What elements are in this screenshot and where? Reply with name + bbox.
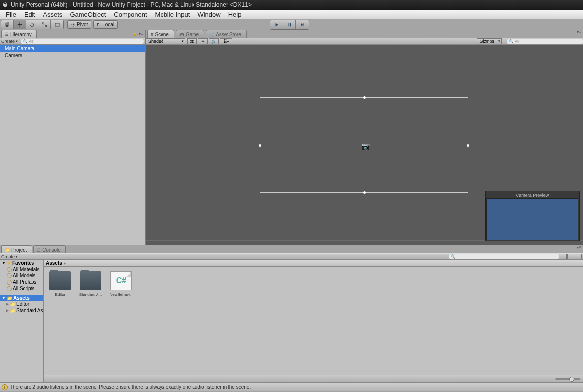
panel-menu-icon[interactable]: ▾≡ — [139, 32, 143, 36]
fx-toggle[interactable]: 🖼▾ — [220, 38, 232, 44]
filter-by-type-button[interactable] — [560, 254, 567, 259]
menu-component[interactable]: Component — [110, 11, 151, 18]
statusbar[interactable]: ! There are 2 audio listeners in the sce… — [0, 382, 583, 391]
project-search-input[interactable]: 🔍 — [449, 254, 559, 259]
local-toggle[interactable]: Local — [93, 20, 118, 29]
tree-all-models[interactable]: All Models — [0, 272, 43, 279]
menu-gameobject[interactable]: GameObject — [66, 11, 110, 18]
save-search-button[interactable] — [575, 254, 582, 259]
menu-window[interactable]: Window — [194, 11, 224, 18]
project-create-dropdown[interactable]: Create▾ — [1, 254, 18, 259]
search-icon: 🔍 — [509, 39, 514, 44]
asset-editor-folder[interactable]: Editor — [48, 271, 72, 297]
asset-standard-assets-folder[interactable]: Standard A... — [78, 271, 103, 297]
tree-all-materials[interactable]: All Materials — [0, 266, 43, 272]
transform-tools — [1, 20, 64, 29]
2d-toggle[interactable]: 2D — [187, 38, 197, 44]
scene-viewport[interactable]: 📷 Camera Preview — [146, 45, 583, 245]
grid-size-slider[interactable] — [555, 378, 580, 380]
scene-icon: # — [151, 32, 154, 37]
status-message: There are 2 audio listeners in the scene… — [10, 384, 251, 390]
tab-game[interactable]: 🎮Game — [176, 30, 204, 38]
folder-icon: 📁 — [10, 302, 15, 307]
window-title: Unity Personal (64bit) - Untitled - New … — [11, 1, 252, 8]
warning-icon: ! — [2, 384, 8, 390]
hierarchy-search-input[interactable]: 🔍 All — [21, 39, 144, 44]
scene-panel: #Scene 🎮Game 🛒Asset Store ▾≡ Shaded 2D ☀… — [146, 30, 583, 245]
gizmos-dropdown[interactable]: Gizmos — [477, 38, 502, 44]
search-icon: 🔍 — [451, 254, 455, 259]
speaker-icon: 🔊 — [211, 39, 216, 44]
pause-button[interactable] — [283, 20, 296, 29]
panel-lock-icon[interactable]: 🔒 — [132, 32, 137, 36]
tree-editor-folder[interactable]: ▶📁Editor — [0, 301, 43, 307]
folder-icon — [80, 271, 101, 290]
rotate-tool[interactable] — [26, 20, 38, 29]
unity-logo-icon — [2, 1, 9, 8]
scene-search-input[interactable]: 🔍 All — [507, 39, 583, 44]
folder-icon: 📁 — [5, 248, 10, 252]
tab-console[interactable]: ▢Console — [33, 245, 66, 253]
store-icon: 🛒 — [209, 32, 214, 37]
breadcrumb[interactable]: Assets▸ — [44, 260, 583, 267]
hierarchy-list: Main Camera Camera — [0, 45, 145, 245]
playback-controls — [270, 20, 309, 30]
console-icon: ▢ — [37, 248, 41, 252]
tree-all-scripts[interactable]: All Scripts — [0, 285, 43, 292]
hierarchy-icon — [5, 32, 9, 36]
project-panel: 📁Project ▢Console ▾≡ Create▾ 🔍 ▼★Favorit… — [0, 245, 583, 382]
tab-scene[interactable]: #Scene — [147, 30, 174, 38]
search-icon: 🔍 — [23, 39, 28, 44]
project-footer — [44, 375, 583, 382]
tab-asset-store[interactable]: 🛒Asset Store — [206, 30, 247, 38]
menu-assets[interactable]: Assets — [39, 11, 66, 18]
hierarchy-item-main-camera[interactable]: Main Camera — [0, 45, 145, 52]
search-filter-icon — [7, 267, 12, 272]
hand-tool[interactable] — [1, 20, 14, 29]
tree-assets-root[interactable]: ▼📁Assets — [0, 295, 43, 301]
folder-icon — [49, 271, 71, 290]
camera-gizmo-icon[interactable]: 📷 — [361, 142, 370, 150]
menu-help[interactable]: Help — [225, 11, 246, 18]
toolbar: Pivot Local — [0, 19, 583, 30]
image-icon: 🖼 — [224, 39, 227, 44]
move-tool[interactable] — [14, 20, 26, 29]
tab-project[interactable]: 📁Project — [1, 245, 32, 253]
camera-preview-viewport — [486, 198, 578, 240]
menubar: File Edit Assets GameObject Component Mo… — [0, 10, 583, 19]
titlebar: Unity Personal (64bit) - Untitled - New … — [0, 0, 583, 10]
lighting-toggle[interactable]: ☀ — [198, 38, 208, 44]
hierarchy-create-dropdown[interactable]: Create▾ — [1, 39, 18, 44]
sun-icon: ☀ — [201, 39, 205, 44]
csharp-script-icon: C# — [110, 271, 132, 290]
scale-tool[interactable] — [38, 20, 51, 29]
svg-rect-0 — [55, 23, 59, 26]
panel-menu-icon[interactable]: ▾≡ — [577, 245, 583, 253]
menu-edit[interactable]: Edit — [20, 11, 39, 18]
tree-favorites[interactable]: ▼★Favorites — [0, 260, 43, 266]
tree-all-prefabs[interactable]: All Prefabs — [0, 279, 43, 285]
tree-standard-assets-folder[interactable]: ▶📁Standard As — [0, 307, 43, 314]
play-button[interactable] — [270, 20, 283, 29]
menu-mobile-input[interactable]: Mobile Input — [151, 11, 194, 18]
project-tree: ▼★Favorites All Materials All Models All… — [0, 260, 44, 382]
rect-tool[interactable] — [51, 20, 63, 29]
menu-file[interactable]: File — [2, 11, 20, 18]
camera-preview-label: Camera Preview — [486, 192, 578, 198]
shading-dropdown[interactable]: Shaded — [146, 38, 185, 44]
camera-preview-overlay: Camera Preview — [485, 191, 580, 241]
filter-by-label-button[interactable] — [567, 254, 574, 259]
asset-newbehaviour-script[interactable]: C# NewBehavi... — [109, 271, 133, 297]
hierarchy-item-camera[interactable]: Camera — [0, 52, 145, 59]
svg-point-1 — [73, 24, 74, 25]
pivot-toggle[interactable]: Pivot — [67, 20, 91, 29]
search-filter-icon — [7, 286, 12, 291]
search-filter-icon — [7, 273, 12, 278]
search-filter-icon — [7, 280, 12, 285]
hierarchy-tab[interactable]: Hierarchy — [1, 30, 37, 38]
project-asset-grid: Editor Standard A... C# NewBehavi... — [44, 267, 583, 375]
panel-menu-icon[interactable]: ▾≡ — [577, 30, 583, 38]
game-icon: 🎮 — [179, 32, 184, 37]
step-button[interactable] — [296, 20, 309, 29]
audio-toggle[interactable]: 🔊 — [209, 38, 219, 44]
